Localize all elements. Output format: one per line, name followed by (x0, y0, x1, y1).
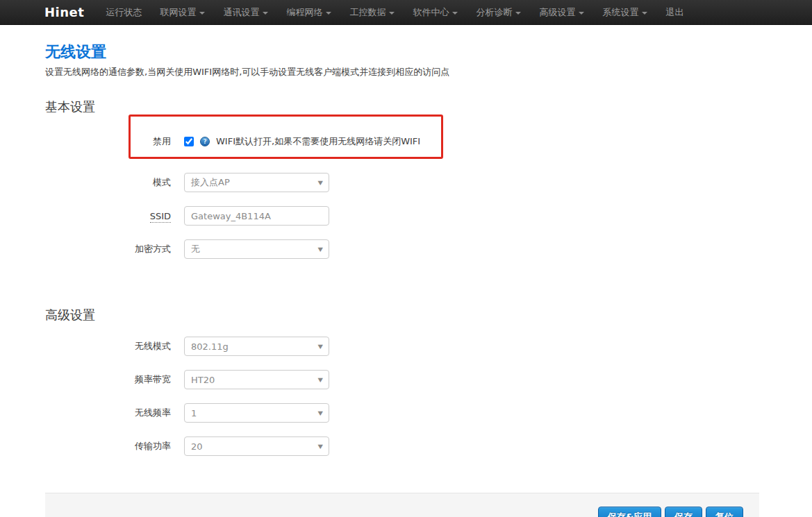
chevron-down-icon: ▼ (317, 246, 322, 253)
basic-settings-heading: 基本设置 (45, 99, 759, 115)
channel-select[interactable]: 1 ▼ (184, 403, 329, 423)
mode-row: 模式 接入点AP ▼ (45, 173, 759, 192)
dropdown-caret-icon (199, 12, 205, 15)
bandwidth-label: 频率带宽 (45, 373, 171, 386)
help-icon: ? (200, 137, 210, 146)
wireless-mode-row: 无线模式 802.11g ▼ (45, 337, 759, 356)
dropdown-caret-icon (642, 12, 647, 15)
main-content: 无线设置 设置无线网络的通信参数,当网关使用WIFI网络时,可以手动设置无线客户… (0, 25, 812, 456)
dropdown-caret-icon (263, 12, 268, 15)
chevron-down-icon: ▼ (317, 443, 322, 450)
nav-item-label: 退出 (665, 6, 683, 19)
reset-button[interactable]: 复位 (706, 507, 743, 517)
nav-item-label: 编程网络 (286, 6, 322, 19)
page-title: 无线设置 (45, 43, 759, 61)
nav-item-logout[interactable]: 退出 (656, 0, 693, 25)
encryption-select-value: 无 (191, 243, 200, 255)
nav-item-label: 分析诊断 (476, 6, 512, 19)
tx-power-select[interactable]: 20 ▼ (184, 437, 329, 456)
channel-select-value: 1 (191, 408, 197, 418)
nav-menu: 运行状态 联网设置 通讯设置 编程网络 工控数据 软件中心 分析诊断 高级设置 … (97, 0, 693, 24)
mode-label: 模式 (45, 176, 171, 189)
disable-wifi-checkbox[interactable] (184, 137, 194, 146)
bandwidth-select[interactable]: HT20 ▼ (184, 370, 329, 389)
advanced-settings-heading: 高级设置 (45, 307, 759, 323)
wireless-mode-select[interactable]: 802.11g ▼ (184, 337, 329, 356)
disable-help-text: WIFI默认打开,如果不需要使用无线网络请关闭WIFI (216, 135, 420, 148)
dropdown-caret-icon (515, 12, 521, 15)
chevron-down-icon: ▼ (317, 344, 322, 350)
chevron-down-icon: ▼ (317, 180, 322, 186)
encryption-label: 加密方式 (45, 243, 171, 255)
channel-label: 无线频率 (45, 407, 171, 419)
nav-item-comm-settings[interactable]: 通讯设置 (214, 0, 277, 25)
nav-item-software-center[interactable]: 软件中心 (404, 0, 467, 25)
dropdown-caret-icon (452, 12, 458, 15)
dropdown-caret-icon (579, 12, 584, 15)
dropdown-caret-icon (326, 12, 331, 15)
tx-power-select-value: 20 (191, 441, 203, 452)
tx-power-label: 传输功率 (45, 440, 171, 452)
mode-select[interactable]: 接入点AP ▼ (184, 173, 329, 192)
page-subtitle: 设置无线网络的通信参数,当网关使用WIFI网络时,可以手动设置无线客户端模式并连… (45, 66, 759, 78)
ssid-row: SSID (45, 206, 759, 226)
mode-select-value: 接入点AP (191, 176, 230, 189)
ssid-label: SSID (45, 211, 171, 221)
wireless-mode-select-value: 802.11g (191, 341, 229, 352)
nav-item-network-settings[interactable]: 联网设置 (151, 0, 214, 25)
encryption-select[interactable]: 无 ▼ (184, 239, 329, 259)
bandwidth-row: 频率带宽 HT20 ▼ (45, 370, 759, 389)
disable-wifi-row: 禁用 ? WIFI默认打开,如果不需要使用无线网络请关闭WIFI (45, 115, 759, 159)
wireless-mode-label: 无线模式 (45, 340, 171, 353)
ssid-input[interactable] (184, 206, 329, 226)
bandwidth-select-value: HT20 (191, 375, 215, 385)
nav-item-label: 联网设置 (160, 6, 196, 19)
chevron-down-icon: ▼ (317, 377, 322, 383)
footer-action-bar: 保存&应用 保存 复位 (45, 493, 759, 517)
section-advanced-settings: 高级设置 无线模式 802.11g ▼ 频率带宽 HT20 ▼ 无线频率 1 ▼… (45, 307, 759, 456)
ssid-label-text: SSID (150, 211, 171, 223)
dropdown-caret-icon (389, 12, 395, 15)
nav-item-advanced-settings[interactable]: 高级设置 (530, 0, 593, 25)
nav-item-label: 系统设置 (602, 6, 638, 19)
nav-item-label: 工控数据 (349, 6, 386, 19)
top-navbar: Hinet 运行状态 联网设置 通讯设置 编程网络 工控数据 软件中心 分析诊断… (0, 0, 812, 25)
disable-label: 禁用 (45, 135, 171, 148)
save-button[interactable]: 保存 (665, 507, 702, 517)
nav-item-label: 通讯设置 (223, 6, 259, 19)
encryption-row: 加密方式 无 ▼ (45, 239, 759, 259)
nav-item-system-settings[interactable]: 系统设置 (593, 0, 656, 25)
nav-item-label: 软件中心 (413, 6, 449, 19)
channel-row: 无线频率 1 ▼ (45, 403, 759, 423)
tx-power-row: 传输功率 20 ▼ (45, 437, 759, 456)
nav-item-programming-network[interactable]: 编程网络 (277, 0, 340, 25)
nav-item-analysis-diagnosis[interactable]: 分析诊断 (467, 0, 530, 25)
nav-item-label: 高级设置 (539, 6, 575, 19)
brand-logo[interactable]: Hinet (44, 5, 84, 19)
section-basic-settings: 基本设置 禁用 ? WIFI默认打开,如果不需要使用无线网络请关闭WIFI 模式… (45, 99, 759, 259)
nav-item-label: 运行状态 (106, 6, 142, 19)
save-apply-button[interactable]: 保存&应用 (598, 507, 661, 517)
chevron-down-icon: ▼ (317, 410, 322, 416)
nav-item-run-status[interactable]: 运行状态 (97, 0, 151, 25)
nav-item-industrial-data[interactable]: 工控数据 (340, 0, 404, 25)
